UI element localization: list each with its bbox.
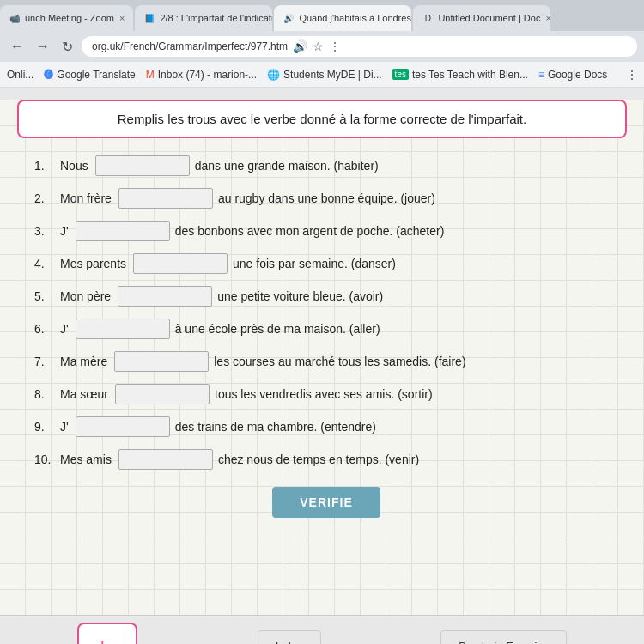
row-1-rest: dans une grande maison. (habiter) xyxy=(195,159,379,173)
row-6-rest: à une école près de ma maison. (aller) xyxy=(175,322,380,336)
answer-input-7[interactable] xyxy=(114,351,209,372)
answer-input-3[interactable] xyxy=(76,221,170,241)
row-7-number: 7. xyxy=(34,355,60,368)
row-5-number: 5. xyxy=(34,289,60,303)
bookmark-gdocs-label: Google Docs xyxy=(548,69,607,81)
row-8-number: 8. xyxy=(34,387,60,401)
row-10-subject: Mes amis xyxy=(60,453,112,466)
exercise-row-2: 2. Mon frère au rugby dans une bonne équ… xyxy=(34,188,618,209)
address-icons: 🔊 ☆ ⋮ xyxy=(293,39,341,53)
docs-icon: D xyxy=(422,12,434,24)
row-5-rest: une petite voiture bleue. (avoir) xyxy=(217,289,383,303)
myde-icon: 🌐 xyxy=(267,69,280,81)
tab-docs-label: Untitled Document | Doc xyxy=(438,13,540,23)
answer-input-4[interactable] xyxy=(133,253,228,274)
browser-chrome: 📹 unch Meeting - Zoom × 📘 2/8 : L'imparf… xyxy=(0,0,644,88)
exercise-row-6: 6. J' à une école près de ma maison. (al… xyxy=(34,319,618,339)
audio-icon: 🔊 xyxy=(283,12,295,24)
refresh-button[interactable]: ↻ xyxy=(58,37,76,57)
tab-zoom-label: unch Meeting - Zoom xyxy=(25,13,114,23)
row-2-subject: Mon frère xyxy=(60,191,112,205)
bookmarks-more-icon[interactable]: ⋮ xyxy=(627,69,637,81)
row-4-subject: Mes parents xyxy=(60,257,126,270)
tab-imparfait-label: 2/8 : L'imparfait de l'indicatif xyxy=(160,13,272,23)
instruction-text: Remplis les trous avec le verbe donné à … xyxy=(118,112,526,126)
zoom-icon: 📹 xyxy=(9,12,21,24)
gmail-icon: M xyxy=(146,69,155,81)
row-1-subject: Nous xyxy=(60,159,88,173)
bookmark-tes[interactable]: tes tes Tes Teach with Blen... xyxy=(392,69,528,81)
row-4-number: 4. xyxy=(34,257,60,270)
address-bar[interactable]: org.uk/French/Grammar/Imperfect/977.htm … xyxy=(82,36,637,57)
bookmarks-bar: Onli... 🅖 Google Translate M Inbox (74) … xyxy=(0,62,644,88)
exercise-row-5: 5. Mon père une petite voiture bleue. (a… xyxy=(34,286,618,307)
exercise-row-3: 3. J' des bonbons avec mon argent de poc… xyxy=(34,221,618,241)
row-2-rest: au rugby dans une bonne équipe. (jouer) xyxy=(218,191,435,205)
row-9-number: 9. xyxy=(34,420,60,434)
tab-zoom[interactable]: 📹 unch Meeting - Zoom × xyxy=(0,5,133,31)
exercise-row-8: 8. Ma sœur tous les vendredis avec ses a… xyxy=(34,384,618,404)
reader-icon: 🔊 xyxy=(293,39,307,53)
row-7-rest: les courses au marché tous les samedis. … xyxy=(214,355,465,368)
row-9-subject: J' xyxy=(60,420,69,434)
instruction-box: Remplis les trous avec le verbe donné à … xyxy=(17,100,627,138)
address-bar-row: ← → ↻ org.uk/French/Grammar/Imperfect/97… xyxy=(0,31,644,62)
exercise-area: 1. Nous dans une grande maison. (habiter… xyxy=(0,147,644,544)
tab-docs[interactable]: D Untitled Document | Doc × xyxy=(413,5,550,31)
address-text: org.uk/French/Grammar/Imperfect/977.htm xyxy=(92,40,288,52)
bookmark-gdocs[interactable]: ≡ Google Docs xyxy=(538,69,607,81)
bottom-nav: lo Index Prochain Exercice xyxy=(0,615,644,644)
exercise-row-1: 1. Nous dans une grande maison. (habiter… xyxy=(34,155,618,176)
verify-button[interactable]: VERIFIE xyxy=(272,487,380,518)
row-4-rest: une fois par semaine. (danser) xyxy=(233,257,396,270)
gdocs-icon: ≡ xyxy=(538,69,544,81)
row-6-number: 6. xyxy=(34,322,60,336)
answer-input-6[interactable] xyxy=(76,319,170,339)
book-icon: 📘 xyxy=(143,12,155,24)
tes-label-prefix: tes xyxy=(392,69,409,80)
bookmark-inbox-label: Inbox (74) - marion-... xyxy=(158,69,257,81)
answer-input-9[interactable] xyxy=(76,416,170,437)
exercise-row-4: 4. Mes parents une fois par semaine. (da… xyxy=(34,253,618,274)
exercise-row-7: 7. Ma mère les courses au marché tous le… xyxy=(34,351,618,372)
row-10-number: 10. xyxy=(34,453,60,466)
tab-close-docs[interactable]: × xyxy=(545,13,550,23)
row-3-number: 3. xyxy=(34,224,60,238)
bookmark-myde[interactable]: 🌐 Students MyDE | Di... xyxy=(267,69,382,81)
bookmark-inbox[interactable]: M Inbox (74) - marion-... xyxy=(146,69,257,81)
tab-quand[interactable]: 🔊 Quand j'habitais à Londres... × xyxy=(274,5,411,31)
answer-input-10[interactable] xyxy=(118,449,213,470)
exercise-row-10: 10. Mes amis chez nous de temps en temps… xyxy=(34,449,618,470)
bookmark-google-translate[interactable]: 🅖 Google Translate xyxy=(44,69,135,81)
page-content: Remplis les trous avec le verbe donné à … xyxy=(0,100,644,615)
row-1-number: 1. xyxy=(34,159,60,173)
bookmark-onli[interactable]: Onli... xyxy=(7,69,33,81)
back-button[interactable]: ← xyxy=(7,37,27,56)
row-6-subject: J' xyxy=(60,322,69,336)
star-icon[interactable]: ☆ xyxy=(313,39,324,53)
tab-quand-label: Quand j'habitais à Londres... xyxy=(299,13,411,23)
row-5-subject: Mon père xyxy=(60,289,111,303)
bookmark-myde-label: Students MyDE | Di... xyxy=(283,69,382,81)
answer-input-5[interactable] xyxy=(118,286,212,307)
menu-icon[interactable]: ⋮ xyxy=(329,39,341,53)
google-flag-icon: 🅖 xyxy=(44,70,53,80)
answer-input-2[interactable] xyxy=(118,188,213,209)
row-9-rest: des trains de ma chambre. (entendre) xyxy=(175,420,376,434)
tab-bar: 📹 unch Meeting - Zoom × 📘 2/8 : L'imparf… xyxy=(0,0,644,31)
row-10-rest: chez nous de temps en temps. (venir) xyxy=(218,453,419,466)
bookmark-translate-label: Google Translate xyxy=(57,69,135,81)
forward-button[interactable]: → xyxy=(33,37,53,56)
next-exercise-button[interactable]: Prochain Exercice xyxy=(440,630,567,644)
row-2-number: 2. xyxy=(34,191,60,205)
row-8-subject: Ma sœur xyxy=(60,387,108,401)
bottom-logo-box: lo xyxy=(77,623,137,644)
answer-input-1[interactable] xyxy=(95,155,190,176)
answer-input-8[interactable] xyxy=(115,384,210,404)
index-button[interactable]: Index xyxy=(258,630,321,644)
row-3-subject: J' xyxy=(60,224,69,238)
bottom-logo-text: lo xyxy=(100,635,114,645)
bookmark-onli-label: Onli... xyxy=(7,69,33,81)
tab-close-zoom[interactable]: × xyxy=(119,13,125,23)
tab-imparfait[interactable]: 📘 2/8 : L'imparfait de l'indicatif × xyxy=(135,5,272,31)
